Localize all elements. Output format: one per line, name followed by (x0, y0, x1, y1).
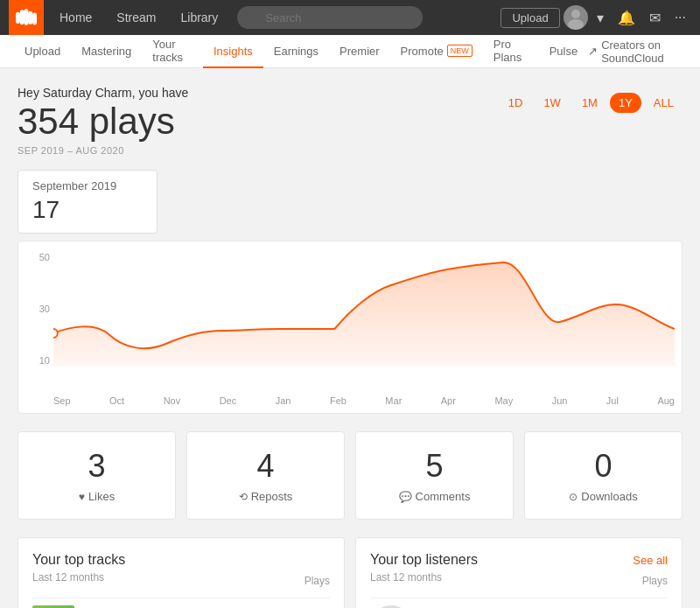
chart-start-dot (53, 329, 58, 338)
subnav-earnings[interactable]: Earnings (263, 35, 329, 68)
time-filters: 1D 1W 1M 1Y ALL (500, 93, 682, 113)
nav-right: Upload ▾ 🔔 ✉ ··· (500, 5, 691, 30)
x-label-jul: Jul (606, 395, 619, 406)
subnav-pulse[interactable]: Pulse (539, 35, 589, 68)
y-axis: 50 30 10 (25, 252, 53, 366)
top-listeners-title: Your top listeners (370, 552, 478, 568)
stat-downloads: 0 ⊙ Downloads (524, 431, 682, 520)
likes-number: 3 (29, 448, 164, 485)
search-input[interactable] (237, 6, 423, 29)
stat-likes: 3 ♥ Likes (18, 431, 176, 520)
repost-icon: ⟲ (239, 491, 248, 503)
y-label-50: 50 (39, 252, 50, 262)
x-label-apr: Apr (441, 395, 456, 406)
filter-1m[interactable]: 1M (573, 93, 606, 113)
date-range: SEP 2019 – AUG 2020 (18, 145, 188, 156)
chevron-down-icon[interactable]: ▾ (592, 10, 609, 26)
top-listeners-plays-col: Plays (642, 575, 668, 587)
x-label-oct: Oct (109, 395, 124, 406)
soundcloud-logo[interactable] (9, 0, 44, 35)
x-label-may: May (494, 395, 513, 406)
nav-library[interactable]: Library (168, 0, 230, 35)
top-tracks-plays-col: Plays (304, 575, 330, 587)
filter-all[interactable]: ALL (645, 93, 682, 113)
stats-row: 3 ♥ Likes 4 ⟲ Reposts 5 💬 Comments 0 ⊙ (18, 431, 682, 520)
y-label-30: 30 (39, 304, 50, 314)
likes-label: ♥ Likes (29, 490, 164, 503)
new-badge: NEW (447, 45, 472, 57)
filter-1y[interactable]: 1Y (610, 93, 641, 113)
creators-link[interactable]: ↗ Creators on SoundCloud (588, 38, 686, 65)
reposts-label: ⟲ Reposts (198, 490, 333, 503)
reposts-number: 4 (198, 448, 333, 485)
x-label-aug: Aug (657, 395, 675, 406)
x-label-sep: Sep (53, 395, 71, 406)
avatar-icon (564, 5, 588, 30)
top-tracks-header: Your top tracks (32, 552, 330, 568)
x-label-nov: Nov (164, 395, 181, 406)
insights-left: Hey Saturday Charm, you have 354 plays S… (18, 86, 188, 156)
notifications-icon[interactable]: 🔔 (612, 10, 640, 26)
sub-nav: Upload Mastering Your tracks Insights Ea… (0, 35, 700, 68)
external-link-icon: ↗ (588, 45, 598, 58)
filter-1d[interactable]: 1D (500, 93, 532, 113)
avatar[interactable] (564, 5, 588, 30)
see-all-link[interactable]: See all (633, 554, 668, 567)
greeting-text: Hey Saturday Charm, you have (18, 86, 188, 100)
x-label-mar: Mar (385, 395, 402, 406)
bottom-row: Your top tracks Last 12 months Plays You… (18, 537, 682, 608)
subnav-your-tracks[interactable]: Your tracks (142, 35, 203, 68)
top-tracks-period: Last 12 months (32, 571, 104, 584)
chart-container: 50 30 10 (25, 252, 675, 392)
subnav-pro-plans[interactable]: Pro Plans (483, 35, 539, 68)
comments-number: 5 (367, 448, 502, 485)
subnav-insights[interactable]: Insights (203, 35, 263, 68)
x-label-feb: Feb (330, 395, 346, 406)
download-icon: ⊙ (569, 491, 578, 503)
chart-area: 50 30 10 (18, 241, 682, 414)
top-listeners-card: Your top listeners See all Last 12 month… (355, 537, 682, 608)
search-wrap: 🔍 (237, 6, 447, 29)
soundcloud-logo-icon (16, 7, 37, 28)
svg-point-0 (571, 10, 580, 18)
messages-icon[interactable]: ✉ (644, 10, 666, 26)
tooltip-month: September 2019 (32, 179, 143, 192)
nav-stream[interactable]: Stream (104, 0, 168, 35)
downloads-label: ⊙ Downloads (536, 490, 671, 503)
nav-home[interactable]: Home (47, 0, 104, 35)
insights-header: Hey Saturday Charm, you have 354 plays S… (18, 86, 682, 156)
comment-icon: 💬 (399, 491, 412, 503)
chart-svg[interactable] (53, 252, 675, 366)
divider (32, 598, 330, 598)
x-axis: Sep Oct Nov Dec Jan Feb Mar Apr May Jun … (53, 392, 675, 413)
heart-icon: ♥ (79, 491, 85, 503)
stat-reposts: 4 ⟲ Reposts (186, 431, 345, 520)
top-listeners-period: Last 12 months (370, 571, 442, 584)
top-nav: Home Stream Library 🔍 Upload ▾ 🔔 ✉ ··· (0, 0, 700, 35)
stat-comments: 5 💬 Comments (355, 431, 514, 520)
comments-label: 💬 Comments (367, 490, 502, 503)
y-label-10: 10 (39, 355, 50, 366)
top-tracks-card: Your top tracks Last 12 months Plays (18, 537, 345, 608)
divider-listeners (370, 598, 668, 598)
tooltip-card: September 2019 17 (18, 170, 158, 234)
subnav-premier[interactable]: Premier (329, 35, 390, 68)
upload-button[interactable]: Upload (500, 8, 559, 28)
subnav-mastering[interactable]: Mastering (71, 35, 142, 68)
filter-1w[interactable]: 1W (535, 93, 570, 113)
top-listeners-header: Your top listeners See all (370, 552, 668, 568)
downloads-number: 0 (536, 448, 671, 485)
x-label-jun: Jun (552, 395, 568, 406)
subnav-upload[interactable]: Upload (14, 35, 71, 68)
subnav-promote[interactable]: Promote NEW (390, 35, 483, 68)
chart-svg-element (53, 252, 675, 366)
svg-point-1 (568, 19, 584, 30)
tooltip-value: 17 (32, 196, 143, 224)
x-label-dec: Dec (220, 395, 237, 406)
more-icon[interactable]: ··· (669, 10, 691, 25)
x-label-jan: Jan (276, 395, 291, 406)
top-tracks-title: Your top tracks (32, 552, 125, 568)
main-content: Hey Saturday Charm, you have 354 plays S… (0, 68, 700, 608)
play-count: 354 plays (18, 103, 188, 140)
